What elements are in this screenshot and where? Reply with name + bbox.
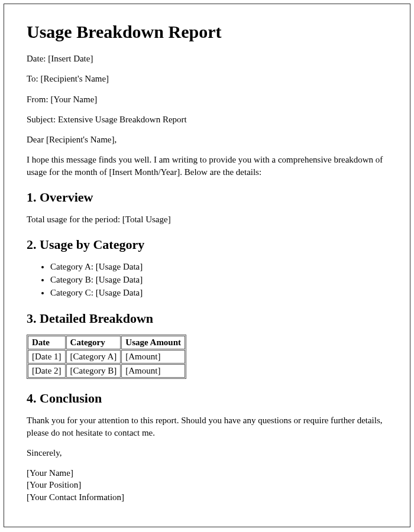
table-row: [Date 2] [Category B] [Amount] xyxy=(28,364,185,378)
table-cell: [Amount] xyxy=(121,364,185,378)
intro-paragraph: I hope this message finds you well. I am… xyxy=(27,154,387,178)
table-cell: [Category A] xyxy=(66,350,121,364)
meta-from: From: [Your Name] xyxy=(27,93,387,105)
table-row: [Date 1] [Category A] [Amount] xyxy=(28,350,185,364)
meta-to: To: [Recipient's Name] xyxy=(27,73,387,85)
section-category-heading: 2. Usage by Category xyxy=(27,237,387,252)
section-overview-heading: 1. Overview xyxy=(27,190,387,205)
conclusion-text: Thank you for your attention to this rep… xyxy=(27,414,387,439)
salutation: Dear [Recipient's Name], xyxy=(27,134,387,145)
document-page: Usage Breakdown Report Date: [Insert Dat… xyxy=(4,4,410,527)
table-header: Usage Amount xyxy=(121,336,185,349)
section-detailed-heading: 3. Detailed Breakdown xyxy=(27,311,387,326)
meta-subject: Subject: Extensive Usage Breakdown Repor… xyxy=(27,113,387,125)
table-header: Date xyxy=(28,336,66,349)
table-cell: [Date 2] xyxy=(28,364,66,378)
signature-name: [Your Name] xyxy=(27,467,387,479)
table-header: Category xyxy=(66,336,121,349)
overview-text: Total usage for the period: [Total Usage… xyxy=(27,213,387,225)
table-header-row: Date Category Usage Amount xyxy=(28,336,185,349)
meta-date: Date: [Insert Date] xyxy=(27,53,387,64)
page-title: Usage Breakdown Report xyxy=(27,22,387,42)
table-cell: [Category B] xyxy=(66,364,121,378)
signature-contact: [Your Contact Information] xyxy=(27,491,387,503)
category-list: Category A: [Usage Data] Category B: [Us… xyxy=(27,261,387,299)
table-cell: [Amount] xyxy=(121,350,185,364)
breakdown-table: Date Category Usage Amount [Date 1] [Cat… xyxy=(27,335,186,379)
section-conclusion-heading: 4. Conclusion xyxy=(27,391,387,406)
signature-position: [Your Position] xyxy=(27,479,387,491)
closing: Sincerely, xyxy=(27,447,387,459)
table-cell: [Date 1] xyxy=(28,350,66,364)
list-item: Category B: [Usage Data] xyxy=(50,274,387,287)
list-item: Category A: [Usage Data] xyxy=(50,261,387,274)
list-item: Category C: [Usage Data] xyxy=(50,287,387,300)
